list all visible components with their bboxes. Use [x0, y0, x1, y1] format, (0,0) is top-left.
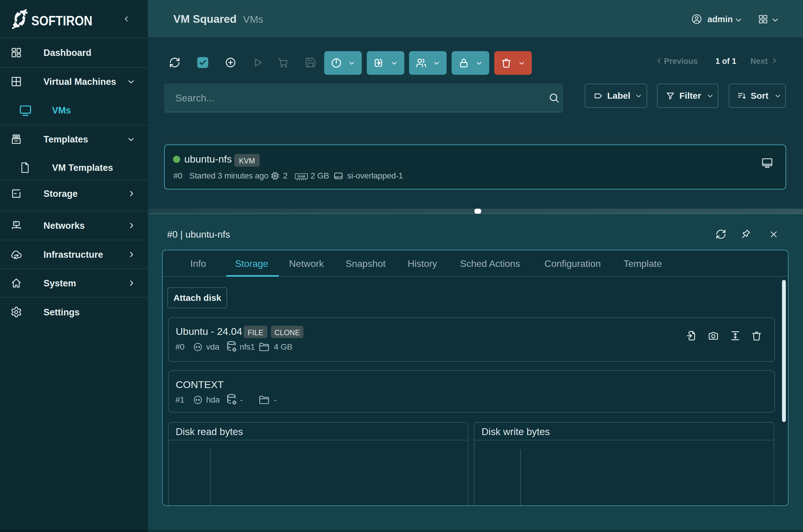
svg-text:RAM: RAM — [297, 175, 305, 178]
